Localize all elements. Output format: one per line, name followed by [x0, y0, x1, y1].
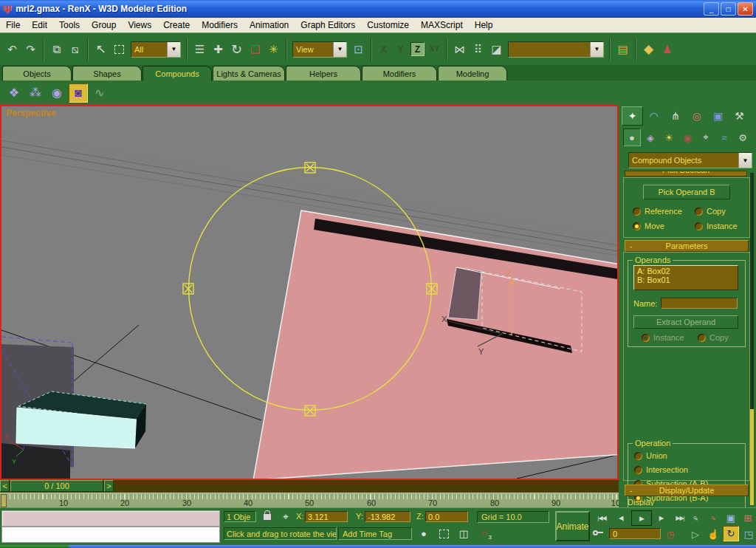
use-center-icon[interactable]: ⊡ — [349, 39, 368, 60]
morph-tool-icon[interactable]: ❖ — [4, 83, 24, 103]
array-icon[interactable]: ⠿ — [469, 39, 487, 60]
display-tab-icon[interactable]: ▣ — [707, 106, 729, 126]
radio-extract-copy-dot[interactable] — [698, 334, 706, 342]
axis-xy-button[interactable]: XY — [427, 42, 441, 56]
tab-shapes[interactable]: Shapes — [72, 66, 142, 81]
next-frame-playback-button[interactable]: |▶ — [652, 511, 670, 524]
axis-z-button[interactable]: Z — [410, 42, 425, 56]
align-icon[interactable]: ◪ — [487, 39, 506, 60]
menu-help[interactable]: Help — [469, 20, 499, 30]
manipulate-icon[interactable]: ✳ — [264, 39, 283, 60]
shapes-icon[interactable]: ◈ — [642, 129, 659, 146]
viewport-label[interactable]: Perspective — [6, 108, 55, 118]
menu-customize[interactable]: Customize — [361, 20, 415, 30]
axis-x-button[interactable]: X — [377, 42, 391, 56]
helpers-icon[interactable]: ⌖ — [697, 129, 715, 146]
panel-scrollbar-track[interactable] — [750, 173, 754, 409]
scatter-tool-icon[interactable]: ⁂ — [26, 83, 45, 103]
arc-rotate-button[interactable]: ↻ — [723, 526, 739, 541]
panel-scrollbar-thumb[interactable] — [750, 409, 754, 505]
select-object-icon[interactable]: ↖ — [92, 39, 110, 60]
min-max-toggle-button[interactable]: ◳ — [740, 527, 756, 541]
x-coordinate-field[interactable]: 3.121 — [305, 511, 348, 522]
undo-icon[interactable]: ↶ — [3, 39, 21, 60]
extract-operand-button[interactable]: Extract Operand — [633, 315, 738, 329]
go-to-start-button[interactable]: |◀◀ — [593, 511, 611, 524]
menu-create[interactable]: Create — [157, 20, 196, 30]
operands-listbox[interactable]: A: Box02 B: Box01 — [633, 265, 738, 290]
selection-lock-button[interactable] — [260, 510, 275, 523]
menu-graph-editors[interactable]: Graph Editors — [295, 20, 361, 30]
link-icon[interactable]: ⧉ — [47, 39, 66, 60]
cameras-icon[interactable]: ◉ — [678, 129, 696, 146]
radio-instance[interactable]: Instance — [695, 222, 738, 230]
add-time-tag-field[interactable]: Add Time Tag — [338, 527, 412, 540]
radio-extract-copy[interactable]: Copy — [698, 333, 729, 342]
operand-name-input[interactable] — [661, 298, 738, 309]
tab-modifiers[interactable]: Modifiers — [362, 66, 437, 81]
radio-reference[interactable]: Reference — [633, 207, 682, 216]
select-move-icon[interactable]: ✚ — [209, 39, 227, 60]
tab-helpers[interactable]: Helpers — [286, 66, 361, 81]
zoom-extents-all-button[interactable]: ⊞ — [740, 511, 756, 525]
create-tab-icon[interactable]: ✦ — [622, 106, 643, 126]
track-view-icon[interactable]: ▤ — [614, 39, 632, 60]
snap-toggle-3d-button[interactable]: ∩ 3 — [477, 527, 492, 541]
shaded-view-button[interactable]: ● — [415, 527, 433, 541]
radio-reference-dot[interactable] — [633, 208, 641, 216]
pick-boolean-rollout-header[interactable]: Pick Boolean — [625, 171, 747, 177]
geometry-icon[interactable]: ● — [623, 129, 641, 146]
start-button-sliver[interactable] — [0, 545, 69, 548]
material-editor-icon[interactable]: ◆ — [639, 39, 658, 60]
lights-icon[interactable]: ☀ — [660, 129, 678, 146]
redo-icon[interactable]: ↷ — [21, 39, 40, 60]
tab-objects[interactable]: Objects — [2, 66, 72, 81]
select-by-name-icon[interactable]: ☰ — [190, 39, 209, 60]
tab-compounds[interactable]: Compounds — [142, 66, 212, 81]
time-slider-handle[interactable] — [1, 494, 7, 507]
radio-move-dot[interactable] — [633, 222, 641, 230]
motion-tab-icon[interactable]: ◎ — [686, 106, 707, 126]
pan-button[interactable]: ☝ — [705, 527, 721, 541]
zoom-all-button[interactable]: ♀ — [703, 507, 724, 529]
radio-extract-instance[interactable]: Instance — [642, 333, 684, 342]
track-bar-ruler[interactable]: 10 20 30 40 50 60 70 80 90 100 — [0, 493, 619, 508]
y-coordinate-field[interactable]: -13.982 — [365, 511, 410, 522]
degradation-override-button[interactable]: ◫ — [455, 527, 472, 541]
select-scale-icon[interactable]: ❏ — [246, 39, 264, 60]
operand-a-item[interactable]: A: Box02 — [637, 267, 735, 275]
select-rotate-icon[interactable]: ↻ — [227, 39, 246, 60]
hierarchy-tab-icon[interactable]: ⋔ — [664, 106, 686, 126]
menu-file[interactable]: File — [0, 20, 26, 30]
axis-y-button[interactable]: Y — [394, 42, 408, 56]
close-button[interactable]: ✕ — [738, 2, 753, 16]
object-category-dropdown[interactable]: Compound Objects ▼ — [628, 152, 752, 168]
radio-copy[interactable]: Copy — [695, 207, 726, 216]
radio-extract-instance-dot[interactable] — [642, 334, 650, 342]
selection-filter-dropdown[interactable]: All ▼ — [131, 41, 181, 58]
utilities-tab-icon[interactable]: ⚒ — [729, 106, 750, 126]
tab-modeling[interactable]: Modeling — [438, 66, 507, 81]
radio-instance-dot[interactable] — [695, 222, 703, 230]
systems-icon[interactable]: ⚙ — [734, 129, 752, 146]
modify-tab-icon[interactable]: ◠ — [643, 106, 664, 126]
animate-button[interactable]: Animate — [555, 511, 590, 541]
absolute-mode-button[interactable]: ⌖ — [278, 510, 293, 523]
pick-operand-b-button[interactable]: Pick Operand B — [643, 185, 730, 199]
boolean-tool-icon[interactable]: ◙ — [69, 83, 88, 103]
mirror-icon[interactable]: ⋈ — [450, 39, 469, 60]
radio-union-dot[interactable] — [634, 452, 642, 460]
display-update-rollout-header[interactable]: - Display/Update — [625, 484, 749, 496]
tab-lights-cameras[interactable]: Lights & Cameras — [213, 66, 285, 81]
loft-tool-icon[interactable]: ∿ — [90, 83, 109, 103]
next-frame-button[interactable]: > — [104, 480, 114, 492]
menu-views[interactable]: Views — [122, 20, 157, 30]
current-frame-field[interactable]: 0 — [609, 528, 661, 539]
time-slider-button[interactable]: 0 / 100 — [10, 480, 103, 492]
unlink-icon[interactable]: ⧅ — [66, 39, 84, 60]
menu-edit[interactable]: Edit — [26, 20, 53, 30]
previous-frame-playback-button[interactable]: ◀| — [612, 511, 630, 524]
menu-tools[interactable]: Tools — [53, 20, 86, 30]
maxscript-listener-macro[interactable] — [1, 510, 220, 527]
schematic-view-icon[interactable]: ♟ — [658, 39, 676, 60]
